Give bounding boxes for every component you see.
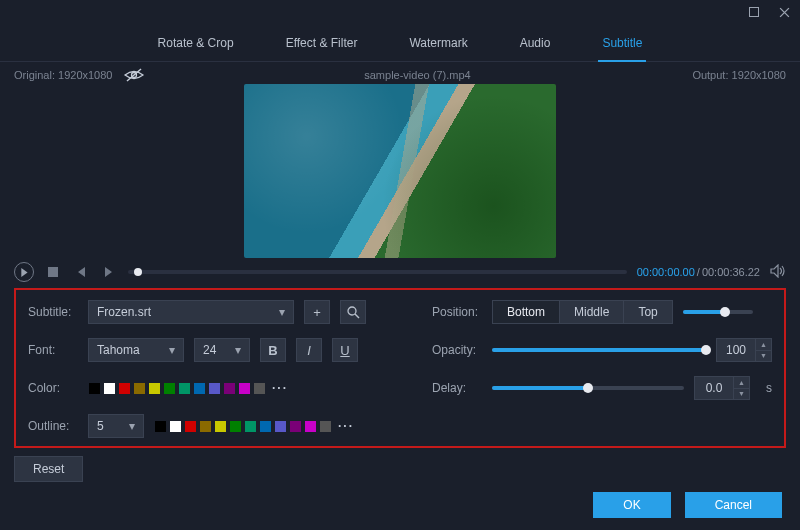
timecode: 00:00:00.00/00:00:36.22 xyxy=(637,266,760,278)
delay-spinner: ▲▼ xyxy=(694,376,750,400)
more-colors-button[interactable]: ··· xyxy=(334,419,354,433)
color-swatch[interactable] xyxy=(184,420,197,433)
font-name-dropdown[interactable]: Tahoma▾ xyxy=(88,338,184,362)
color-swatch[interactable] xyxy=(223,382,236,395)
seek-bar[interactable] xyxy=(128,270,627,274)
color-swatch[interactable] xyxy=(148,382,161,395)
duration: 00:00:36.22 xyxy=(702,266,760,278)
opacity-spinner: ▲▼ xyxy=(716,338,772,362)
delay-up[interactable]: ▲ xyxy=(734,377,749,389)
subtitle-label: Subtitle: xyxy=(28,305,78,319)
svg-line-2 xyxy=(127,69,141,81)
opacity-label: Opacity: xyxy=(432,343,482,357)
next-frame-button[interactable] xyxy=(100,263,118,281)
bold-button[interactable]: B xyxy=(260,338,286,362)
color-swatch[interactable] xyxy=(253,382,266,395)
cancel-button[interactable]: Cancel xyxy=(685,492,782,518)
position-bottom[interactable]: Bottom xyxy=(493,301,560,323)
svg-rect-3 xyxy=(48,267,58,277)
subtitle-file-dropdown[interactable]: Frozen.srt▾ xyxy=(88,300,294,324)
play-button[interactable] xyxy=(14,262,34,282)
prev-frame-button[interactable] xyxy=(72,263,90,281)
color-swatch[interactable] xyxy=(244,420,257,433)
titlebar xyxy=(0,0,800,24)
delay-row: Delay: ▲▼ s xyxy=(432,376,772,400)
color-swatch[interactable] xyxy=(274,420,287,433)
opacity-input[interactable] xyxy=(716,338,756,362)
svg-line-5 xyxy=(355,314,359,318)
svg-point-4 xyxy=(348,307,356,315)
color-label: Color: xyxy=(28,381,78,395)
color-swatch[interactable] xyxy=(118,382,131,395)
opacity-row: Opacity: ▲▼ xyxy=(432,338,772,362)
reset-button[interactable]: Reset xyxy=(14,456,83,482)
color-swatch[interactable] xyxy=(163,382,176,395)
visibility-toggle-icon[interactable] xyxy=(124,68,142,82)
underline-button[interactable]: U xyxy=(332,338,358,362)
position-knob[interactable] xyxy=(720,307,730,317)
delay-unit: s xyxy=(766,381,772,395)
opacity-up[interactable]: ▲ xyxy=(756,339,771,351)
position-label: Position: xyxy=(432,305,482,319)
color-swatch[interactable] xyxy=(133,382,146,395)
opacity-slider[interactable] xyxy=(492,348,706,352)
search-subtitle-button[interactable] xyxy=(340,300,366,324)
color-swatch[interactable] xyxy=(208,382,221,395)
position-row: Position: Bottom Middle Top xyxy=(432,300,772,324)
position-middle[interactable]: Middle xyxy=(560,301,624,323)
color-swatch[interactable] xyxy=(199,420,212,433)
color-swatch[interactable] xyxy=(319,420,332,433)
tab-watermark[interactable]: Watermark xyxy=(405,30,471,61)
opacity-knob[interactable] xyxy=(701,345,711,355)
outline-label: Outline: xyxy=(28,419,78,433)
color-swatch[interactable] xyxy=(289,420,302,433)
position-slider[interactable] xyxy=(683,310,753,314)
color-swatch[interactable] xyxy=(88,382,101,395)
color-swatch[interactable] xyxy=(169,420,182,433)
maximize-button[interactable] xyxy=(748,6,760,18)
subtitle-editor: Subtitle: Frozen.srt▾ + Position: Bottom… xyxy=(14,288,786,448)
filename-label: sample-video (7).mp4 xyxy=(364,69,470,81)
font-label: Font: xyxy=(28,343,78,357)
seek-knob[interactable] xyxy=(134,268,142,276)
delay-label: Delay: xyxy=(432,381,482,395)
delay-slider[interactable] xyxy=(492,386,684,390)
tab-subtitle[interactable]: Subtitle xyxy=(598,30,646,62)
tabbar: Rotate & Crop Effect & Filter Watermark … xyxy=(0,24,800,62)
delay-knob[interactable] xyxy=(583,383,593,393)
color-swatch[interactable] xyxy=(214,420,227,433)
outline-width-dropdown[interactable]: 5▾ xyxy=(88,414,144,438)
color-swatch[interactable] xyxy=(154,420,167,433)
outline-color-swatches: ··· xyxy=(154,419,354,433)
stop-button[interactable] xyxy=(44,263,62,281)
position-segmented: Bottom Middle Top xyxy=(492,300,673,324)
more-colors-button[interactable]: ··· xyxy=(268,381,288,395)
volume-icon[interactable] xyxy=(770,264,786,280)
delay-input[interactable] xyxy=(694,376,734,400)
original-res-label: Original: 1920x1080 xyxy=(14,69,112,81)
svg-rect-0 xyxy=(750,8,759,17)
opacity-down[interactable]: ▼ xyxy=(756,351,771,362)
color-swatch[interactable] xyxy=(193,382,206,395)
color-row: Color: ··· xyxy=(28,376,408,400)
tab-audio[interactable]: Audio xyxy=(516,30,555,61)
color-swatch[interactable] xyxy=(238,382,251,395)
tab-effect-filter[interactable]: Effect & Filter xyxy=(282,30,362,61)
color-swatch[interactable] xyxy=(259,420,272,433)
subtitle-row: Subtitle: Frozen.srt▾ + xyxy=(28,300,408,324)
color-swatch[interactable] xyxy=(304,420,317,433)
text-color-swatches: ··· xyxy=(88,381,288,395)
delay-down[interactable]: ▼ xyxy=(734,389,749,400)
position-top[interactable]: Top xyxy=(624,301,671,323)
color-swatch[interactable] xyxy=(178,382,191,395)
ok-button[interactable]: OK xyxy=(593,492,670,518)
color-swatch[interactable] xyxy=(103,382,116,395)
font-row: Font: Tahoma▾ 24▾ B I U xyxy=(28,338,408,362)
color-swatch[interactable] xyxy=(229,420,242,433)
video-preview[interactable] xyxy=(244,84,556,258)
font-size-dropdown[interactable]: 24▾ xyxy=(194,338,250,362)
italic-button[interactable]: I xyxy=(296,338,322,362)
add-subtitle-button[interactable]: + xyxy=(304,300,330,324)
close-button[interactable] xyxy=(778,6,790,18)
tab-rotate-crop[interactable]: Rotate & Crop xyxy=(154,30,238,61)
